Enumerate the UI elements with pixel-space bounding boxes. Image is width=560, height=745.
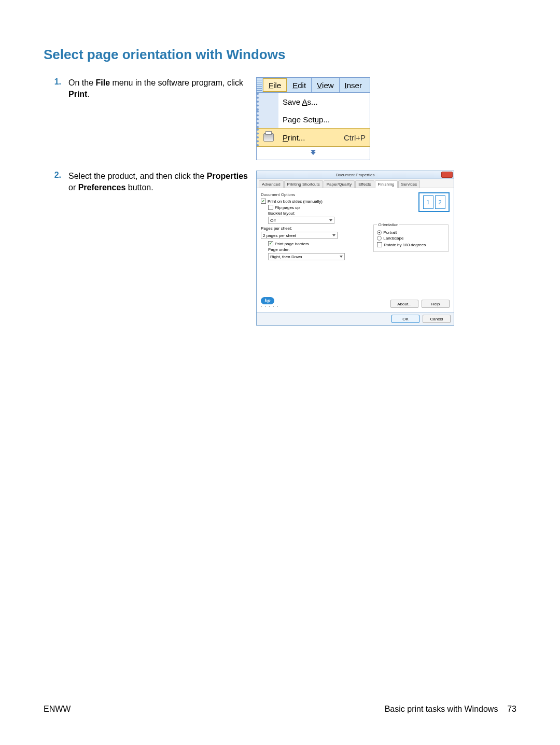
select-page-order[interactable]: Right, then Down: [268, 253, 345, 260]
step-2: 2. Select the product, and then click th…: [44, 171, 516, 326]
page-number: 73: [507, 705, 516, 713]
logo-dots: • • • • •: [261, 305, 279, 308]
radio-label: Portrait: [383, 230, 397, 235]
chevron-down-icon: [340, 256, 343, 258]
toolbar-grip-icon: [257, 78, 262, 92]
menubar-insert[interactable]: Inser: [340, 78, 367, 92]
text: button.: [125, 183, 153, 192]
about-button[interactable]: About...: [390, 300, 418, 308]
close-button[interactable]: [441, 172, 453, 178]
select-pages-per-sheet[interactable]: 2 pages per sheet: [261, 232, 338, 239]
menuitem-print[interactable]: Print... Ctrl+P: [257, 128, 370, 147]
step-text: On the File menu in the software program…: [68, 77, 256, 100]
select-booklet-layout[interactable]: Off: [268, 217, 334, 224]
file-dropdown: Save As... Page Setup... Print... Ctrl+P: [257, 93, 370, 160]
step-1: 1. On the File menu in the software prog…: [44, 77, 516, 160]
checkbox-label: Print on both sides (manually): [268, 199, 323, 204]
page-footer: ENWW Basic print tasks with Windows 73: [44, 705, 516, 714]
footer-right: Basic print tasks with Windows 73: [385, 705, 516, 714]
hp-logo-icon: hp: [261, 297, 274, 304]
tab-finishing[interactable]: Finishing: [375, 180, 398, 188]
group-document-options: Document Options: [261, 192, 367, 197]
label-page-order: Page order:: [268, 247, 367, 252]
footer-section-title: Basic print tasks with Windows: [385, 705, 498, 713]
select-value: 2 pages per sheet: [263, 233, 296, 238]
printer-icon: [263, 133, 274, 142]
text: menu in the software program, click: [110, 78, 243, 87]
checkbox-flip-pages-up[interactable]: Flip pages up: [268, 205, 367, 210]
bold-text: Properties: [207, 172, 248, 180]
chevron-down-icon: [332, 234, 335, 236]
checkbox-label: Print page borders: [275, 242, 309, 246]
legend-orientation: Orientation: [377, 222, 399, 227]
menubar-view[interactable]: View: [312, 78, 340, 92]
checkbox-rotate-180[interactable]: Rotate by 180 degrees: [377, 242, 445, 247]
step-number: 2.: [44, 171, 68, 180]
cancel-button[interactable]: Cancel: [423, 315, 451, 323]
ok-button[interactable]: OK: [391, 315, 419, 323]
radio-landscape[interactable]: Landscape: [377, 236, 445, 241]
checkbox-icon: [377, 242, 382, 247]
bold-text: Preferences: [78, 183, 126, 192]
bold-text: Print: [68, 90, 87, 99]
chevron-down-icon: [329, 219, 332, 221]
checkbox-print-both-sides[interactable]: ✔ Print on both sides (manually): [261, 199, 367, 204]
step-text: Select the product, and then click the P…: [68, 171, 256, 193]
checkbox-label: Flip pages up: [275, 205, 300, 210]
menubar-edit[interactable]: Edit: [287, 78, 312, 92]
radio-icon: [377, 236, 382, 241]
layout-preview: 1 2: [418, 192, 450, 212]
menubar: File Edit View Inser: [257, 78, 370, 93]
label-pages-per-sheet: Pages per sheet:: [261, 226, 367, 231]
bold-text: File: [95, 78, 110, 87]
group-orientation: Orientation Portrait Landscape: [373, 222, 449, 252]
checkbox-print-page-borders[interactable]: ✔ Print page borders: [268, 241, 367, 246]
menubar-file[interactable]: File: [263, 78, 287, 92]
checkbox-icon: [268, 205, 273, 210]
menuitem-save-as[interactable]: Save As...: [257, 93, 370, 110]
footer-left: ENWW: [44, 705, 71, 714]
properties-dialog: Document Properties Advanced Printing Sh…: [256, 171, 454, 326]
tab-advanced[interactable]: Advanced: [259, 180, 284, 188]
chevrons-down-icon: [311, 152, 316, 155]
label-booklet-layout: Booklet layout:: [268, 211, 367, 216]
text: On the: [68, 78, 95, 87]
tab-paper-quality[interactable]: Paper/Quality: [324, 180, 355, 188]
menuitem-page-setup[interactable]: Page Setup...: [257, 110, 370, 128]
checkbox-icon: ✔: [261, 199, 266, 204]
checkbox-icon: ✔: [268, 241, 273, 246]
page-heading: Select page orientation with Windows: [44, 47, 516, 63]
radio-icon: [377, 230, 382, 235]
text: Select the product, and then click the: [68, 172, 207, 180]
select-value: Right, then Down: [270, 255, 302, 259]
select-value: Off: [270, 218, 276, 223]
text: or: [68, 183, 78, 192]
text: .: [87, 90, 89, 99]
step-number: 1.: [44, 77, 68, 87]
tab-services[interactable]: Services: [398, 180, 421, 188]
checkbox-label: Rotate by 180 degrees: [384, 243, 426, 247]
help-button[interactable]: Help: [422, 300, 450, 308]
dialog-title: Document Properties: [335, 173, 374, 177]
radio-label: Landscape: [383, 236, 403, 241]
preview-page-1: 1: [423, 195, 433, 209]
filemenu-illustration: File Edit View Inser Save As... Page Set…: [256, 77, 370, 160]
tab-printing-shortcuts[interactable]: Printing Shortcuts: [284, 180, 323, 188]
preview-page-2: 2: [435, 195, 445, 209]
dialog-titlebar: Document Properties: [257, 171, 454, 179]
tab-effects[interactable]: Effects: [355, 180, 374, 188]
menu-expand[interactable]: [257, 147, 370, 160]
shortcut-text: Ctrl+P: [344, 133, 370, 142]
radio-portrait[interactable]: Portrait: [377, 230, 445, 235]
dialog-tabs: Advanced Printing Shortcuts Paper/Qualit…: [257, 179, 454, 188]
